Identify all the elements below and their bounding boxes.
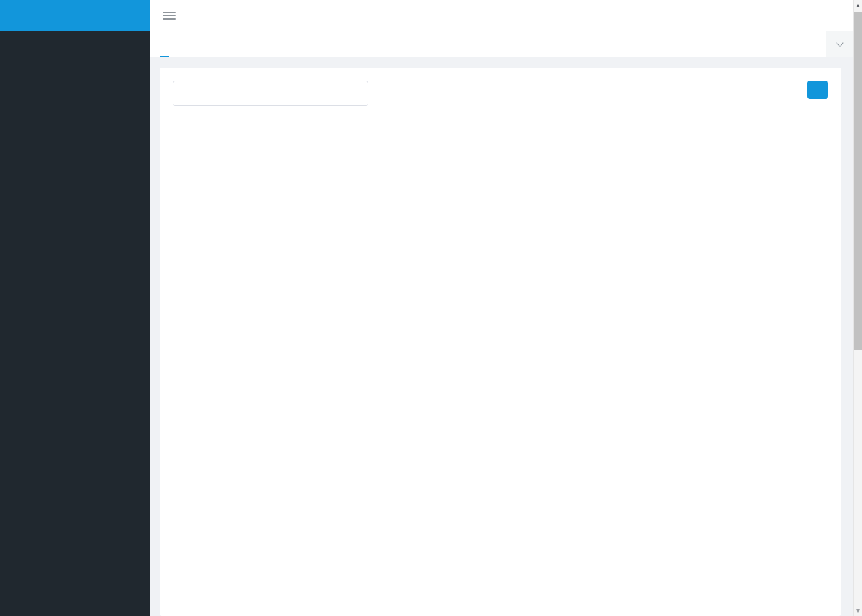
- add-button[interactable]: [807, 81, 828, 99]
- content-area: [150, 57, 853, 616]
- app-window: [0, 0, 862, 616]
- tab-bar: [150, 31, 853, 57]
- address-card: [160, 68, 841, 616]
- sidebar: [0, 0, 150, 616]
- scroll-down-arrow-icon[interactable]: [854, 606, 862, 615]
- tab-address-management[interactable]: [160, 31, 169, 57]
- scroll-up-arrow-icon[interactable]: [854, 1, 862, 10]
- main-column: [150, 0, 853, 616]
- page-scrollbar[interactable]: [853, 0, 862, 616]
- chevron-down-icon: [836, 39, 843, 46]
- app-logo: [0, 0, 150, 31]
- search-input[interactable]: [173, 81, 368, 106]
- scrollbar-thumb[interactable]: [854, 12, 862, 350]
- card-toolbar: [173, 81, 828, 106]
- sidebar-system-group: [0, 31, 150, 616]
- hamburger-menu-icon[interactable]: [163, 10, 176, 21]
- top-bar: [150, 0, 853, 31]
- tab-list-dropdown-button[interactable]: [826, 31, 853, 57]
